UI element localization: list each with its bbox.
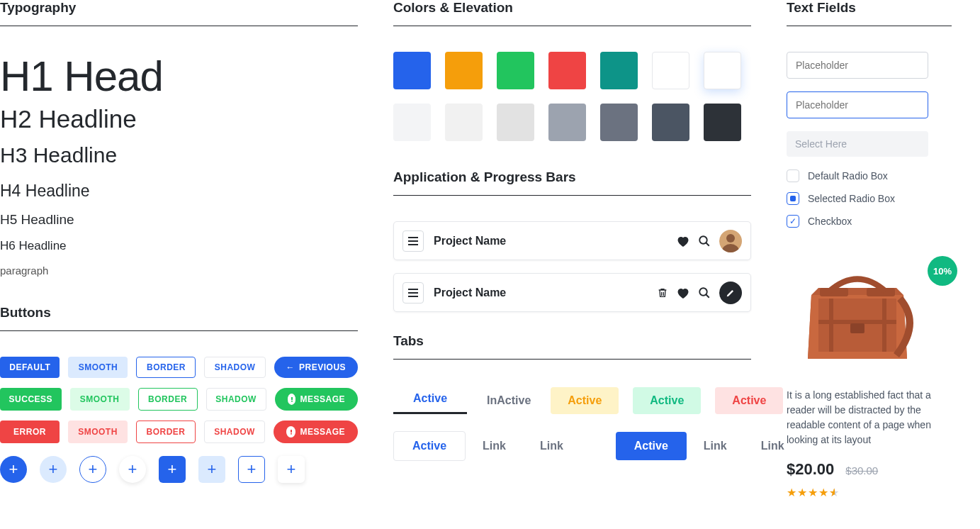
message-green-button[interactable]: MESSAGE [275, 388, 358, 411]
shadow-blue-button[interactable]: SHADOW [204, 357, 265, 378]
text-input-default[interactable] [787, 52, 928, 79]
typography-title: Typography [0, 0, 358, 16]
search-icon[interactable] [698, 286, 711, 299]
menu-button[interactable] [402, 282, 424, 304]
colors-divider [393, 26, 751, 26]
h6-sample: H6 Headline [0, 239, 358, 253]
h4-sample: H4 Headline [0, 182, 358, 201]
tab-pill-yellow[interactable]: Active [551, 387, 619, 414]
tabs-title: Tabs [393, 333, 751, 349]
svg-rect-20 [829, 299, 833, 352]
tab-link-2[interactable]: Link [523, 432, 580, 460]
plus-circle-smooth-button[interactable]: + [40, 456, 67, 483]
color-swatch [497, 52, 534, 89]
plus-icon: + [9, 460, 18, 479]
menu-button[interactable] [402, 230, 424, 252]
h3-sample: H3 Headline [0, 143, 358, 167]
svg-rect-14 [408, 289, 418, 290]
radio-default[interactable] [787, 169, 799, 182]
border-red-button[interactable]: BORDER [136, 421, 196, 443]
tabs-divider [393, 359, 751, 360]
shadow-green-button[interactable]: SHADOW [206, 388, 266, 411]
tab-link-3[interactable]: Link [687, 432, 744, 460]
h2-sample: H2 Headline [0, 105, 358, 133]
color-swatch [548, 104, 586, 141]
svg-rect-1 [291, 397, 293, 400]
color-swatch [393, 52, 431, 89]
project-name-label: Project Name [434, 235, 677, 247]
plus-square-outline-button[interactable]: + [238, 456, 265, 483]
paragraph-sample: paragraph [0, 264, 358, 277]
avatar[interactable] [719, 230, 742, 252]
message-red-label: MESSAGE [300, 427, 345, 437]
star-icon: ★ [787, 486, 797, 499]
svg-rect-16 [408, 296, 418, 297]
svg-rect-21 [882, 299, 886, 352]
plus-circle-solid-button[interactable]: + [0, 456, 27, 483]
product-price: $20.00 [787, 460, 834, 479]
plus-icon: + [128, 460, 137, 479]
plus-square-smooth-button[interactable]: + [198, 456, 225, 483]
previous-button[interactable]: ← PREVIOUS [274, 357, 358, 378]
search-icon[interactable] [698, 235, 711, 247]
svg-rect-6 [408, 237, 418, 238]
edit-button[interactable] [719, 282, 742, 304]
default-button[interactable]: DEFAULT [0, 357, 60, 378]
message-red-button[interactable]: MESSAGE [274, 421, 358, 443]
radio-selected[interactable] [787, 192, 799, 205]
color-swatch [600, 104, 638, 141]
plus-circle-outline-button[interactable]: + [79, 456, 106, 483]
plus-icon: + [287, 460, 296, 479]
buttons-title: Buttons [0, 305, 358, 321]
info-icon [288, 394, 296, 405]
heart-icon[interactable] [677, 235, 689, 247]
plus-square-shadow-button[interactable]: + [278, 456, 305, 483]
previous-label: PREVIOUS [299, 362, 346, 372]
color-swatch [497, 104, 534, 141]
border-blue-button[interactable]: BORDER [136, 357, 196, 378]
svg-point-12 [726, 234, 735, 243]
tab-pill-red[interactable]: Active [715, 387, 783, 414]
tab-active[interactable]: Active [393, 385, 467, 414]
color-swatch [445, 52, 483, 89]
h1-sample: H1 Head [0, 52, 358, 101]
radio-selected-label: Selected Radio Box [808, 193, 895, 204]
heart-icon[interactable] [677, 287, 689, 299]
plus-icon: + [247, 460, 257, 479]
color-swatch [393, 104, 431, 141]
appbar-2: Project Name [393, 273, 751, 312]
svg-rect-4 [291, 430, 292, 433]
plus-circle-shadow-button[interactable]: + [119, 456, 146, 483]
select-input[interactable]: Select Here [787, 131, 928, 157]
appbars-title: Application & Progress Bars [393, 169, 751, 185]
tab-inactive[interactable]: InActive [467, 387, 551, 414]
text-input-focused[interactable] [787, 91, 928, 118]
menu-icon [408, 237, 418, 245]
plus-icon: + [168, 460, 177, 479]
tab-box-active[interactable]: Active [393, 431, 466, 461]
arrow-left-icon: ← [286, 362, 295, 372]
success-button[interactable]: SUCCESS [0, 388, 62, 411]
alert-icon [286, 426, 296, 438]
h5-sample: H5 Headline [0, 212, 358, 228]
tab-link-1[interactable]: Link [466, 432, 523, 460]
buttons-divider [0, 330, 358, 331]
smooth-green-button[interactable]: SMOOTH [70, 388, 130, 411]
star-icon: ★ [808, 486, 818, 499]
plus-square-solid-button[interactable]: + [159, 456, 186, 483]
tab-solid-active[interactable]: Active [616, 432, 687, 460]
svg-rect-2 [291, 401, 293, 402]
appbar-1: Project Name [393, 221, 751, 260]
border-green-button[interactable]: BORDER [138, 388, 198, 411]
smooth-red-button[interactable]: SMOOTH [68, 421, 128, 443]
smooth-blue-button[interactable]: SMOOTH [68, 357, 128, 378]
color-swatch [704, 52, 741, 89]
star-half-icon: ★★ [829, 486, 840, 499]
shadow-red-button[interactable]: SHADOW [204, 421, 265, 443]
svg-rect-7 [408, 240, 418, 242]
error-button[interactable]: ERROR [0, 421, 60, 443]
checkbox[interactable]: ✓ [787, 215, 799, 228]
tab-pill-green[interactable]: Active [633, 387, 701, 414]
color-swatch [600, 52, 638, 89]
trash-icon[interactable] [657, 286, 668, 299]
